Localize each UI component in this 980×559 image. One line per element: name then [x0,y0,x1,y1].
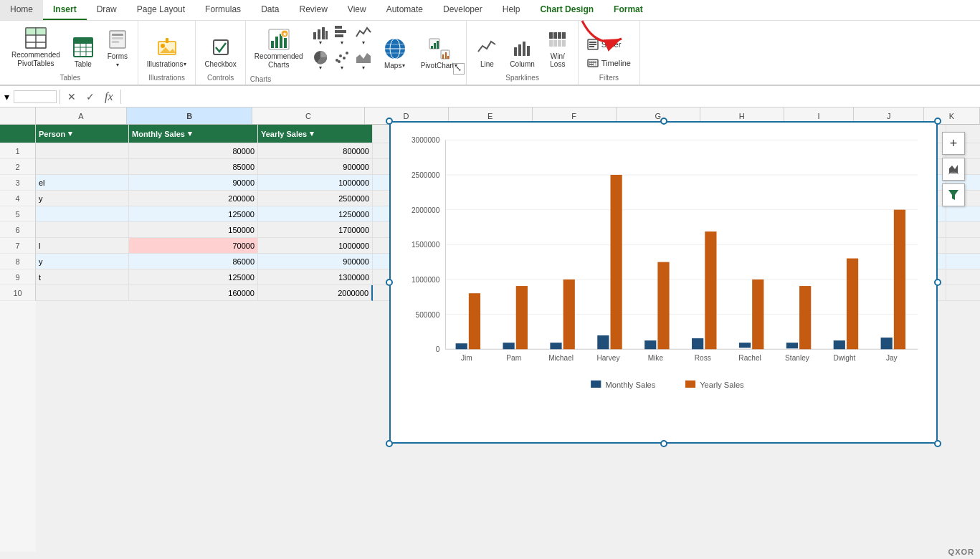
name-box-dropdown[interactable]: ▾ [3,90,11,104]
col-header-a[interactable]: A [36,108,127,125]
win-loss-button[interactable]: Win/Loss [542,25,574,71]
scatter-chart-button[interactable]: ▾ [332,49,352,72]
chart-handle-tc[interactable] [660,118,667,125]
illustrations-button[interactable]: Illustrations ▾ [143,33,191,71]
bar-chart-button[interactable]: ▾ [332,24,352,47]
tab-page-layout[interactable]: Page Layout [127,0,195,20]
cell-b7[interactable]: 70000 [129,238,258,254]
cell-a4[interactable]: y [36,191,129,206]
chart-handle-bc[interactable] [660,440,667,447]
controls-items: Checkbox [200,24,240,72]
cell-c10[interactable]: 2000000 [258,285,373,301]
cell-a3[interactable]: el [36,175,129,191]
maps-button[interactable]: Maps ▾ [376,34,414,72]
cell-c7[interactable]: 1000000 [258,238,373,254]
chart-sidebar: + [942,132,965,206]
svg-text:Dwight: Dwight [833,354,855,362]
svg-text:Jay: Jay [886,354,898,362]
line-sparkline-button[interactable]: Line [471,33,503,71]
svg-rect-2 [36,28,46,35]
chart-handle-br[interactable] [934,440,941,447]
cell-a9[interactable]: t [36,269,129,285]
svg-rect-59 [549,32,553,39]
chart-handle-bl[interactable] [386,440,393,447]
line-chart-button[interactable]: ▾ [353,24,374,47]
tab-help[interactable]: Help [493,0,531,20]
ribbon-group-tables: RecommendedPivotTables Table [3,21,138,85]
tab-home[interactable]: Home [0,0,43,20]
cell-c1[interactable]: 800000 [258,143,373,159]
cell-b3[interactable]: 90000 [129,175,258,191]
tab-review[interactable]: Review [289,0,337,20]
cell-a1[interactable] [36,143,129,159]
header-yearly-sales[interactable]: Yearly Sales ▾ [258,125,373,143]
tab-automate[interactable]: Automate [376,0,433,20]
bar-jim-monthly [456,343,467,349]
col-header-c[interactable]: C [252,108,364,125]
checkbox-button[interactable]: Checkbox [200,33,240,71]
cell-c2[interactable]: 900000 [258,159,373,175]
tab-formulas[interactable]: Formulas [195,0,251,20]
column-sparkline-button[interactable]: Column [505,33,538,71]
name-box[interactable] [14,90,57,103]
pie-chart-button[interactable]: ▾ [310,49,330,72]
col-header-b[interactable]: B [127,108,253,125]
recommended-charts-icon: ★ [267,28,290,51]
recommended-charts-button[interactable]: ★ RecommendedCharts [250,25,308,72]
cell-c5[interactable]: 1250000 [258,206,373,222]
tab-view[interactable]: View [338,0,376,20]
tab-developer[interactable]: Developer [433,0,493,20]
chart-elements-button[interactable]: + [942,132,965,155]
forms-button[interactable]: Forms ▾ [102,25,133,71]
cell-c8[interactable]: 900000 [258,254,373,269]
chart-handle-tr[interactable] [934,118,941,125]
chart-handle-ml[interactable] [386,279,393,286]
checkbox-label: Checkbox [204,60,236,68]
svg-rect-23 [271,41,274,48]
cell-b4[interactable]: 200000 [129,191,258,206]
tab-data[interactable]: Data [251,0,289,20]
cell-a6[interactable] [36,222,129,238]
cancel-formula-icon[interactable]: ✕ [63,90,80,104]
table-button[interactable]: Table [67,33,99,71]
cell-a5[interactable] [36,206,129,222]
svg-rect-55 [514,47,517,56]
cell-c3[interactable]: 1000000 [258,175,373,191]
svg-rect-73 [589,62,596,63]
cell-a10[interactable] [36,285,129,301]
chart-filters-button[interactable] [942,183,965,206]
tab-insert[interactable]: Insert [43,0,87,20]
svg-point-38 [339,54,342,57]
area-chart-button[interactable]: ▾ [353,49,374,72]
cell-c4[interactable]: 2500000 [258,191,373,206]
recommended-pivot-tables-button[interactable]: RecommendedPivotTables [7,24,65,71]
formula-input[interactable] [124,90,977,103]
cell-b2[interactable]: 85000 [129,159,258,175]
chart-handle-mr[interactable] [934,279,941,286]
cell-a7[interactable]: l [36,238,129,254]
header-person[interactable]: Person ▾ [36,125,129,143]
cell-b1[interactable]: 80000 [129,143,258,159]
cell-b9[interactable]: 125000 [129,269,258,285]
row-numbers: 1 2 3 4 5 6 7 8 9 10 [0,125,36,552]
svg-rect-30 [318,29,320,39]
svg-rect-66 [562,40,566,47]
chart-handle-tl[interactable] [386,118,393,125]
cell-b6[interactable]: 150000 [129,222,258,238]
tab-draw[interactable]: Draw [87,0,127,20]
charts-expand-button[interactable]: ⤡ [453,63,465,75]
cell-b8[interactable]: 86000 [129,254,258,269]
confirm-formula-icon[interactable]: ✓ [82,90,99,104]
insert-function-icon[interactable]: fx [100,89,118,105]
cell-a8[interactable]: y [36,254,129,269]
bar-pam-yearly [516,286,528,349]
header-monthly-sales[interactable]: Monthly Sales ▾ [129,125,258,143]
chart-container[interactable]: 3000000 2500000 2000000 1500000 1000000 … [389,121,938,444]
chart-styles-button[interactable] [942,158,965,181]
cell-c9[interactable]: 1300000 [258,269,373,285]
cell-c6[interactable]: 1700000 [258,222,373,238]
cell-a2[interactable] [36,159,129,175]
column-chart-button[interactable]: ▾ [310,24,330,47]
cell-b10[interactable]: 160000 [129,285,258,301]
cell-b5[interactable]: 125000 [129,206,258,222]
